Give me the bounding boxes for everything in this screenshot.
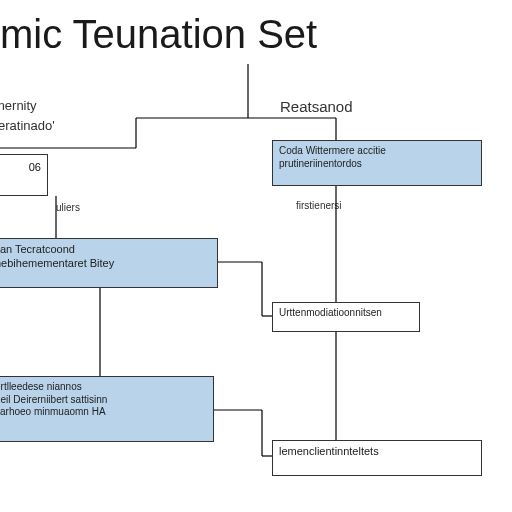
label-mid-under: firstienersi [296,200,342,212]
box-right-small: Urttenmodiatioonnitsen [272,302,420,332]
label-left-upper2: eratinado' [0,118,55,134]
label-right-header: Reatsanod [280,98,353,116]
box-left-mid: lian Tecratcoond nebihemementaret Bitey [0,238,218,288]
box-right-top: Coda Wittermere accitie prutineriinentor… [272,140,482,186]
diagram-title: mic Teunation Set [0,12,512,57]
label-left-footer: uliers [56,202,80,214]
label-left-upper1: mernity [0,98,37,114]
box-left-count: 06 [0,154,48,196]
box-bottom-right: lemenclientinnteltets [272,440,482,476]
box-bottom-left: ertlleedese niannos deil Deirerniibert s… [0,376,214,442]
